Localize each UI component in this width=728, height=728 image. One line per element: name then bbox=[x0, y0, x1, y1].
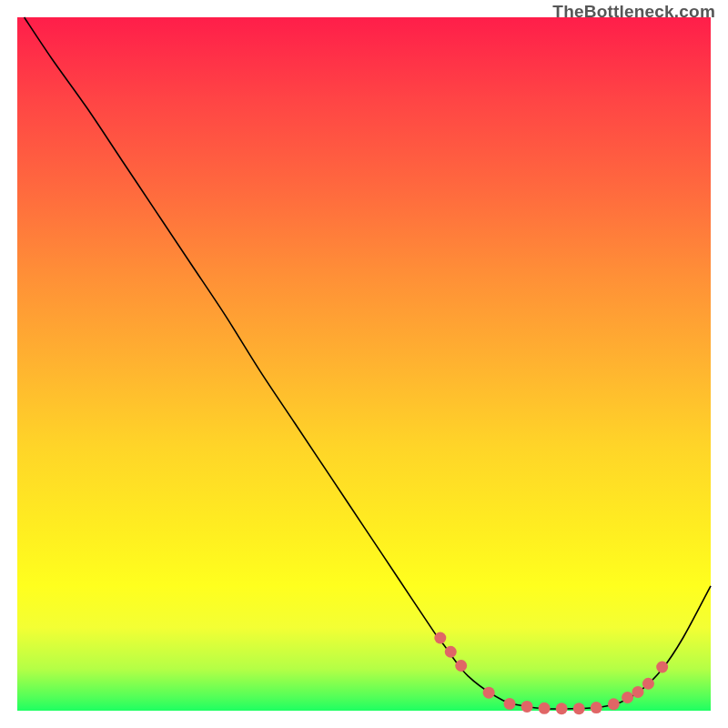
highlight-dot bbox=[622, 692, 633, 703]
highlight-dot bbox=[608, 698, 620, 710]
chart-container: TheBottleneck.com bbox=[0, 0, 728, 728]
bottleneck-curve bbox=[25, 17, 711, 709]
chart-svg bbox=[17, 17, 711, 711]
highlight-dot bbox=[455, 660, 467, 672]
highlight-dot bbox=[556, 703, 568, 714]
watermark-text: TheBottleneck.com bbox=[552, 2, 715, 22]
highlight-dot bbox=[445, 646, 457, 658]
highlight-dot bbox=[434, 632, 446, 644]
highlight-dot bbox=[573, 703, 585, 714]
highlight-dot bbox=[483, 687, 495, 699]
highlight-dot bbox=[632, 686, 644, 698]
curve-layer bbox=[25, 17, 711, 709]
highlight-dot bbox=[656, 662, 668, 673]
highlight-dot bbox=[591, 702, 602, 713]
highlight-dot bbox=[504, 698, 516, 710]
highlight-dot bbox=[521, 701, 533, 713]
highlight-dot bbox=[642, 678, 654, 690]
highlight-dot bbox=[539, 703, 551, 714]
highlight-dots bbox=[434, 632, 668, 715]
